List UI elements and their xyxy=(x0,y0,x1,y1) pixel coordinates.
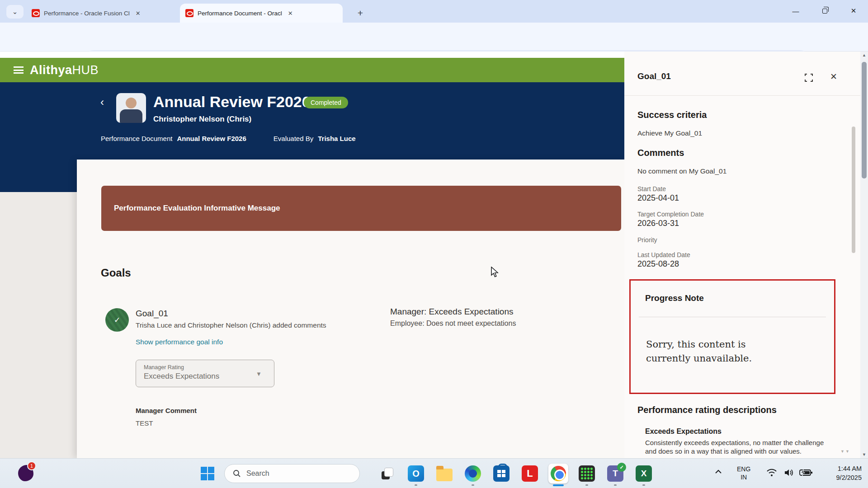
notification-app-icon[interactable]: 1 xyxy=(17,462,35,482)
notification-badge: 1 xyxy=(27,461,36,470)
start-button[interactable] xyxy=(198,464,217,483)
browser-scrollbar-thumb[interactable] xyxy=(862,62,867,178)
page-title: Annual Review F2026 xyxy=(153,93,311,111)
tab-title: Performance Document - Oracl xyxy=(198,10,282,17)
goal-check-icon: ✓ xyxy=(105,308,129,332)
running-indicator xyxy=(585,484,588,486)
minimize-icon[interactable]: — xyxy=(781,0,810,22)
running-indicator xyxy=(472,484,474,486)
banner-text: Performance Evaluation Informative Messa… xyxy=(114,204,280,213)
app-header: AlithyaHUB xyxy=(0,58,624,82)
doc-label: Performance Document xyxy=(101,135,172,142)
field-label: Priority xyxy=(637,236,657,244)
chevron-down-icon[interactable]: ▼ xyxy=(256,371,262,377)
l-app-icon[interactable]: L xyxy=(520,464,540,483)
comments-heading: Comments xyxy=(637,148,684,158)
teams-icon[interactable]: T✓ xyxy=(605,464,625,483)
file-explorer-icon[interactable] xyxy=(434,464,454,483)
evaluator-label: Evaluated By xyxy=(274,135,313,142)
speaker-icon[interactable] xyxy=(783,468,795,479)
manager-rating-summary: Manager: Exceeds Expectations xyxy=(390,307,514,317)
close-panel-icon[interactable]: ✕ xyxy=(830,71,837,82)
language-indicator[interactable]: ENG IN xyxy=(737,465,750,481)
tray-chevron-up-icon[interactable] xyxy=(713,467,723,479)
success-criteria-value: Achieve My Goal_01 xyxy=(637,129,702,137)
progress-note-message: Sorry, this content is currently unavail… xyxy=(646,338,782,366)
battery-icon[interactable] xyxy=(799,469,813,479)
divider xyxy=(639,317,826,317)
oracle-favicon-icon xyxy=(185,9,193,17)
edge-icon[interactable] xyxy=(463,464,483,483)
clock-time: 1:44 AM xyxy=(836,464,862,473)
tab-title: Performance - Oracle Fusion Cl xyxy=(44,10,130,17)
avatar xyxy=(116,93,146,123)
employee-name: Christopher Nelson (Chris) xyxy=(153,115,251,124)
chrome-icon[interactable] xyxy=(548,464,568,483)
screen: ⌄ Performance - Oracle Fusion Cl ✕ Perfo… xyxy=(0,0,868,488)
microsoft-store-icon[interactable] xyxy=(491,464,511,483)
hamburger-menu-icon[interactable] xyxy=(14,66,24,74)
field-label: Target Completion Date xyxy=(637,211,704,218)
doc-value: Annual Review F2026 xyxy=(177,135,246,142)
close-window-icon[interactable]: ✕ xyxy=(839,0,868,22)
tab-inactive[interactable]: Performance - Oracle Fusion Cl ✕ xyxy=(26,4,175,23)
search-icon xyxy=(233,469,241,478)
tab-search-icon[interactable]: ⌄ xyxy=(6,5,24,19)
taskbar-clock[interactable]: 1:44 AM 9/2/2025 xyxy=(836,464,862,482)
expand-icon[interactable] xyxy=(804,73,813,84)
window-controls: — ✕ xyxy=(781,0,868,22)
manager-rating-label: Manager Rating xyxy=(144,364,184,371)
green-dots-app-icon[interactable] xyxy=(577,464,597,483)
close-icon[interactable]: ✕ xyxy=(134,9,142,18)
running-indicator xyxy=(415,484,417,486)
tab-active[interactable]: Performance Document - Oracl ✕ xyxy=(180,4,343,23)
panel-scrollbar[interactable] xyxy=(852,127,855,253)
success-criteria-heading: Success criteria xyxy=(637,110,707,120)
field-value: 2025-08-28 xyxy=(637,259,679,269)
manager-comment-value: TEST xyxy=(136,419,153,427)
panel-title: Goal_01 xyxy=(637,71,671,81)
divider xyxy=(624,95,860,96)
task-view-icon[interactable] xyxy=(377,464,397,483)
progress-note-box: Progress Note Sorry, this content is cur… xyxy=(629,279,835,394)
brand-logo[interactable]: AlithyaHUB xyxy=(30,63,99,77)
scroll-down-icon[interactable]: ▼ xyxy=(862,452,867,457)
goal-title[interactable]: Goal_01 xyxy=(136,309,168,319)
field-value: 2025-04-01 xyxy=(637,193,679,203)
back-chevron-icon[interactable]: ‹ xyxy=(100,96,104,108)
taskbar-search-input[interactable]: Search xyxy=(224,464,360,483)
active-app-indicator xyxy=(553,484,564,486)
rating-name: Exceeds Expectations xyxy=(645,427,722,436)
field-label: Last Updated Date xyxy=(637,251,690,258)
restore-icon[interactable] xyxy=(810,0,839,22)
goal-detail-panel: Goal_01 ✕ Success criteria Achieve My Go… xyxy=(624,52,860,458)
rating-description: Consistently exceeds expectations, no ma… xyxy=(645,438,837,455)
browser-titlebar: ⌄ Performance - Oracle Fusion Cl ✕ Perfo… xyxy=(0,0,868,23)
oracle-favicon-icon xyxy=(32,9,40,17)
informative-message-banner: Performance Evaluation Informative Messa… xyxy=(101,186,621,231)
scroll-arrows-icon[interactable]: ▼▼ xyxy=(840,449,850,454)
taskbar: 1 Search O L T✓ X ENG IN xyxy=(0,458,868,488)
hero-meta: Performance Document Annual Review F2026… xyxy=(101,135,356,142)
scroll-up-icon[interactable]: ▲ xyxy=(862,53,867,57)
field-value: 2026-03-31 xyxy=(637,219,679,228)
browser-toolbar: effx-dev8.fa.ocs.oraclecloud.com/fscmUI/… xyxy=(0,23,868,52)
progress-note-heading: Progress Note xyxy=(645,293,704,303)
outlook-icon[interactable]: O xyxy=(406,464,426,483)
mouse-cursor xyxy=(491,267,501,280)
show-goal-info-link[interactable]: Show performance goal info xyxy=(136,338,223,346)
employee-rating-summary: Employee: Does not meet expectations xyxy=(390,319,516,328)
running-indicator xyxy=(642,484,645,486)
new-tab-icon[interactable]: + xyxy=(354,6,367,20)
wifi-icon[interactable] xyxy=(766,468,778,479)
clock-date: 9/2/2025 xyxy=(836,473,862,482)
search-placeholder: Search xyxy=(246,469,269,478)
manager-comment-label: Manager Comment xyxy=(136,407,197,414)
rating-descriptions-heading: Performance rating descriptions xyxy=(637,405,777,415)
goals-heading: Goals xyxy=(101,267,131,279)
comments-value: No comment on My Goal_01 xyxy=(637,167,726,175)
excel-icon[interactable]: X xyxy=(634,464,654,483)
manager-rating-value: Exceeds Expectations xyxy=(144,372,219,381)
close-icon[interactable]: ✕ xyxy=(286,9,295,18)
status-badge: Completed xyxy=(304,97,348,108)
